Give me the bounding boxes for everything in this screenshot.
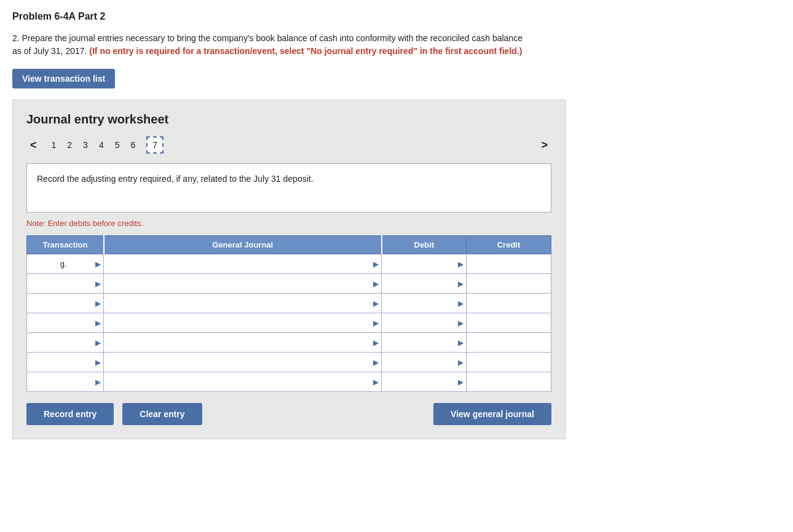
gj-input-2[interactable] <box>104 294 381 313</box>
description-box: Record the adjusting entry required, if … <box>26 163 551 213</box>
col-header-transaction: Transaction <box>27 236 104 254</box>
credit-input-2[interactable] <box>467 294 551 313</box>
table-row-gj-5[interactable]: ▶ <box>104 353 382 372</box>
gj-input-5[interactable] <box>104 353 381 372</box>
instructions-line1: 2. Prepare the journal entries necessary… <box>12 33 523 43</box>
page-6[interactable]: 6 <box>131 140 136 150</box>
gj-input-3[interactable] <box>104 313 381 332</box>
gj-input-0[interactable] <box>104 254 381 273</box>
instructions-red: (If no entry is required for a transacti… <box>89 46 522 56</box>
credit-input-0[interactable] <box>467 254 551 273</box>
buttons-row: Record entry Clear entry View general jo… <box>26 403 551 425</box>
table-row-debit-4[interactable]: ▶ <box>382 333 467 353</box>
page-5[interactable]: 5 <box>115 140 120 150</box>
page-4[interactable]: 4 <box>99 140 104 150</box>
page-7-active[interactable]: 7 <box>146 136 164 154</box>
table-row-credit-4[interactable] <box>467 333 551 353</box>
next-page-button[interactable]: > <box>537 138 551 153</box>
table-row-debit-0[interactable]: ▶ <box>382 254 467 274</box>
table-row-transaction-4: ▶ <box>27 333 104 353</box>
credit-input-4[interactable] <box>467 333 551 352</box>
journal-table: Transaction General Journal Debit Credit… <box>26 235 551 392</box>
table-row-gj-0[interactable]: ▶ <box>104 254 382 274</box>
table-row-transaction-1: ▶ <box>27 274 104 294</box>
debit-input-2[interactable] <box>382 294 466 313</box>
credit-input-5[interactable] <box>467 353 551 372</box>
table-row-debit-5[interactable]: ▶ <box>382 353 467 372</box>
table-row-debit-3[interactable]: ▶ <box>382 313 467 333</box>
table-row-credit-0[interactable] <box>467 254 551 274</box>
debit-input-0[interactable] <box>382 254 466 273</box>
table-row-debit-6[interactable]: ▶ <box>382 372 467 392</box>
transaction-arrow-icon-5: ▶ <box>95 358 101 367</box>
table-row-credit-6[interactable] <box>467 372 551 392</box>
col-header-debit: Debit <box>382 236 467 254</box>
col-header-credit: Credit <box>467 236 551 254</box>
credit-input-6[interactable] <box>467 372 551 391</box>
table-row-credit-5[interactable] <box>467 353 551 372</box>
table-row-credit-1[interactable] <box>467 274 551 294</box>
table-row-credit-2[interactable] <box>467 294 551 313</box>
instructions: 2. Prepare the journal entries necessary… <box>12 32 781 58</box>
view-transaction-button[interactable]: View transaction list <box>12 69 115 88</box>
view-general-journal-button[interactable]: View general journal <box>433 403 551 425</box>
page-3[interactable]: 3 <box>83 140 88 150</box>
worksheet-title: Journal entry worksheet <box>26 112 551 127</box>
pagination: < 1 2 3 4 5 6 7 > <box>26 136 551 154</box>
credit-input-1[interactable] <box>467 274 551 293</box>
transaction-arrow-icon-6: ▶ <box>95 378 101 386</box>
debit-input-5[interactable] <box>382 353 466 372</box>
transaction-arrow-icon-3: ▶ <box>95 319 101 327</box>
table-row-gj-6[interactable]: ▶ <box>104 372 382 392</box>
gj-input-6[interactable] <box>104 372 381 391</box>
problem-title: Problem 6-4A Part 2 <box>12 11 781 22</box>
table-row-debit-1[interactable]: ▶ <box>382 274 467 294</box>
page-2[interactable]: 2 <box>67 140 72 150</box>
gj-input-1[interactable] <box>104 274 381 293</box>
debit-input-4[interactable] <box>382 333 466 352</box>
record-entry-button[interactable]: Record entry <box>26 403 114 425</box>
table-row-gj-3[interactable]: ▶ <box>104 313 382 333</box>
table-row-gj-1[interactable]: ▶ <box>104 274 382 294</box>
note-text: Note: Enter debits before credits. <box>26 219 551 228</box>
table-row-credit-3[interactable] <box>467 313 551 333</box>
table-row-transaction-5: ▶ <box>27 353 104 372</box>
table-row-transaction-6: ▶ <box>27 372 104 392</box>
debit-input-1[interactable] <box>382 274 466 293</box>
prev-page-button[interactable]: < <box>26 138 41 153</box>
transaction-arrow-icon-1: ▶ <box>95 280 101 288</box>
table-row-transaction-0: g.▶ <box>27 254 104 274</box>
table-row-debit-2[interactable]: ▶ <box>382 294 467 313</box>
transaction-arrow-icon-2: ▶ <box>95 299 101 308</box>
debit-input-6[interactable] <box>382 372 466 391</box>
instructions-line2: as of July 31, 2017. <box>12 46 87 56</box>
table-row-transaction-2: ▶ <box>27 294 104 313</box>
credit-input-3[interactable] <box>467 313 551 332</box>
table-row-gj-4[interactable]: ▶ <box>104 333 382 353</box>
journal-entry-worksheet: Journal entry worksheet < 1 2 3 4 5 6 7 … <box>12 100 566 439</box>
gj-input-4[interactable] <box>104 333 381 352</box>
table-row-transaction-3: ▶ <box>27 313 104 333</box>
transaction-arrow-icon-0: ▶ <box>95 260 101 268</box>
debit-input-3[interactable] <box>382 313 466 332</box>
col-header-general-journal: General Journal <box>104 236 382 254</box>
page-1[interactable]: 1 <box>52 140 57 150</box>
transaction-arrow-icon-4: ▶ <box>95 338 101 347</box>
clear-entry-button[interactable]: Clear entry <box>122 403 202 425</box>
table-row-gj-2[interactable]: ▶ <box>104 294 382 313</box>
